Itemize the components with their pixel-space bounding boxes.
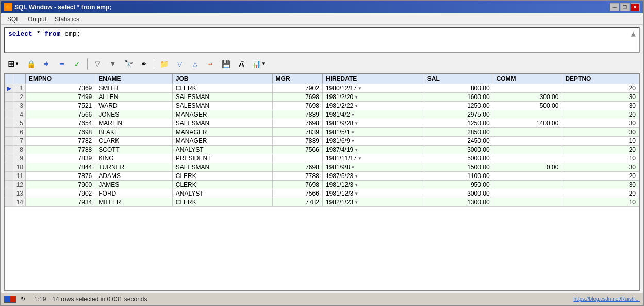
cell-hiredate[interactable]: 1981/11/17▼: [322, 154, 424, 163]
cell-hiredate[interactable]: 1981/2/22▼: [322, 102, 424, 110]
cell-job: ANALYST: [172, 189, 272, 198]
cell-deptno: 10: [562, 154, 639, 163]
cell-ename: ALLEN: [95, 93, 172, 102]
hiredate-dropdown[interactable]: ▼: [354, 104, 358, 108]
cell-mgr: 7566: [272, 146, 322, 154]
add-button[interactable]: +: [39, 57, 54, 71]
add-icon: +: [44, 59, 48, 69]
col-header-mgr[interactable]: MGR: [272, 74, 322, 84]
hiredate-dropdown[interactable]: ▼: [354, 95, 358, 100]
hiredate-dropdown[interactable]: ▼: [354, 200, 358, 205]
cell-job: MANAGER: [172, 128, 272, 137]
restore-button[interactable]: ❐: [620, 3, 630, 11]
hiredate-dropdown[interactable]: ▼: [351, 165, 355, 170]
sql-star: *: [37, 30, 45, 38]
table-row[interactable]: 37521WARDSALESMAN76981981/2/22▼1250.0050…: [5, 102, 639, 110]
col-header-sal[interactable]: SAL: [424, 74, 493, 84]
table-row[interactable]: 77782CLARKMANAGER78391981/6/9▼2450.0010: [5, 137, 639, 146]
cell-comm: [493, 181, 562, 189]
table-row[interactable]: 87788SCOTTANALYST75661987/4/19▼3000.0020: [5, 146, 639, 154]
col-header-comm[interactable]: COMM: [493, 74, 562, 84]
save-button[interactable]: 💾: [219, 57, 233, 71]
cell-hiredate[interactable]: 1981/9/8▼: [322, 163, 424, 172]
grid-view-button[interactable]: ⊞ ▼: [4, 57, 23, 71]
cell-comm: 1400.00: [493, 119, 562, 128]
row-indicator: [5, 128, 13, 137]
sql-editor[interactable]: select * from emp; ▲: [4, 27, 640, 53]
data-grid[interactable]: EMPNO ENAME JOB MGR HIREDATE SAL COMM DE…: [4, 73, 640, 291]
hiredate-dropdown[interactable]: ▼: [354, 183, 358, 187]
minimize-button[interactable]: —: [610, 3, 619, 11]
pen-button[interactable]: ✒: [137, 57, 151, 71]
jump-button[interactable]: ↔: [203, 57, 218, 71]
table-row[interactable]: 127900JAMESCLERK76981981/12/3▼950.0030: [5, 181, 639, 189]
menu-output[interactable]: Output: [24, 14, 51, 24]
table-row[interactable]: 107844TURNERSALESMAN76981981/9/8▼1500.00…: [5, 163, 639, 172]
remove-button[interactable]: −: [55, 57, 69, 71]
cell-hiredate[interactable]: 1987/5/23▼: [322, 172, 424, 181]
hiredate-dropdown[interactable]: ▼: [354, 121, 358, 126]
cell-hiredate[interactable]: 1980/12/17▼: [322, 84, 424, 93]
status-url[interactable]: https://blog.csdn.net/Ruishi...: [574, 296, 640, 302]
hiredate-dropdown[interactable]: ▼: [358, 156, 362, 161]
col-header-deptno[interactable]: DEPTNO: [562, 74, 639, 84]
hiredate-dropdown[interactable]: ▼: [354, 148, 358, 152]
lock-button[interactable]: 🔒: [24, 57, 38, 71]
hiredate-dropdown[interactable]: ▼: [351, 112, 355, 117]
cell-sal: 3000.00: [424, 146, 493, 154]
hiredate-dropdown[interactable]: ▼: [354, 191, 358, 196]
col-header-ename[interactable]: ENAME: [95, 74, 172, 84]
cell-deptno: 30: [562, 163, 639, 172]
table-row[interactable]: 27499ALLENSALESMAN76981981/2/20▼1600.003…: [5, 93, 639, 102]
cell-hiredate[interactable]: 1982/1/23▼: [322, 198, 424, 207]
row-number: 13: [13, 189, 26, 198]
close-button[interactable]: ✕: [631, 3, 640, 11]
check-icon: ✓: [74, 60, 80, 68]
sql-scroll-up[interactable]: ▲: [631, 30, 636, 39]
cell-comm: [493, 172, 562, 181]
filter-down-button[interactable]: ▽: [172, 57, 187, 71]
cell-job: SALESMAN: [172, 93, 272, 102]
table-row[interactable]: 57654MARTINSALESMAN76981981/9/28▼1250.00…: [5, 119, 639, 128]
chart-button[interactable]: 📊 ▼: [250, 57, 268, 71]
cell-hiredate[interactable]: 1981/12/3▼: [322, 181, 424, 189]
menu-sql[interactable]: SQL: [3, 14, 24, 24]
cell-deptno: 30: [562, 181, 639, 189]
hiredate-dropdown[interactable]: ▼: [354, 174, 358, 179]
menu-statistics[interactable]: Statistics: [51, 14, 84, 24]
table-row[interactable]: 97839KINGPRESIDENT1981/11/17▼5000.0010: [5, 154, 639, 163]
import-button[interactable]: 📁: [157, 57, 171, 71]
table-row[interactable]: 67698BLAKEMANAGER78391981/5/1▼2850.0030: [5, 128, 639, 137]
table-row[interactable]: 117876ADAMSCLERK77881987/5/23▼1100.0020: [5, 172, 639, 181]
print-button[interactable]: 🖨: [234, 57, 249, 71]
col-header-job[interactable]: JOB: [172, 74, 272, 84]
cell-empno: 7876: [26, 172, 95, 181]
cell-hiredate[interactable]: 1981/6/9▼: [322, 137, 424, 146]
cell-hiredate[interactable]: 1981/12/3▼: [322, 189, 424, 198]
cell-hiredate[interactable]: 1981/5/1▼: [322, 128, 424, 137]
table-row[interactable]: 47566JONESMANAGER78391981/4/2▼2975.0020: [5, 110, 639, 119]
table-row[interactable]: ▶17369SMITHCLERK79021980/12/17▼800.0020: [5, 84, 639, 93]
check-button[interactable]: ✓: [70, 57, 85, 71]
sort-asc-button[interactable]: ▽: [90, 57, 105, 71]
filter-up-button[interactable]: △: [188, 57, 202, 71]
hiredate-dropdown[interactable]: ▼: [351, 139, 355, 143]
cell-hiredate[interactable]: 1981/4/2▼: [322, 110, 424, 119]
cell-hiredate[interactable]: 1987/4/19▼: [322, 146, 424, 154]
hiredate-dropdown[interactable]: ▼: [351, 130, 355, 135]
cell-ename: ADAMS: [95, 172, 172, 181]
col-header-empno[interactable]: EMPNO: [26, 74, 95, 84]
sort-desc-button[interactable]: ▼: [106, 57, 120, 71]
cell-hiredate[interactable]: 1981/9/28▼: [322, 119, 424, 128]
search-button[interactable]: 🔭: [121, 57, 136, 71]
chart-icon: 📊: [252, 60, 261, 68]
title-bar: 🔶 SQL Window - select * from emp; — ❐ ✕: [1, 1, 643, 13]
cell-hiredate[interactable]: 1981/2/20▼: [322, 93, 424, 102]
table-row[interactable]: 147934MILLERCLERK77821982/1/23▼1300.0010: [5, 198, 639, 207]
table-row[interactable]: 137902FORDANALYST75661981/12/3▼3000.0020: [5, 189, 639, 198]
title-bar-left: 🔶 SQL Window - select * from emp;: [4, 3, 111, 11]
hiredate-dropdown[interactable]: ▼: [358, 86, 362, 91]
cell-sal: 2975.00: [424, 110, 493, 119]
row-number: 8: [13, 146, 26, 154]
col-header-hiredate[interactable]: HIREDATE: [322, 74, 424, 84]
